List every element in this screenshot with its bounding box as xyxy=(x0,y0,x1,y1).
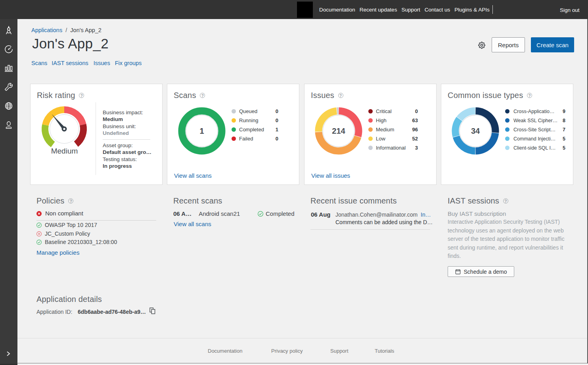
svg-text:34: 34 xyxy=(471,127,480,135)
svg-text:1: 1 xyxy=(199,127,204,135)
svg-text:214: 214 xyxy=(332,127,345,135)
